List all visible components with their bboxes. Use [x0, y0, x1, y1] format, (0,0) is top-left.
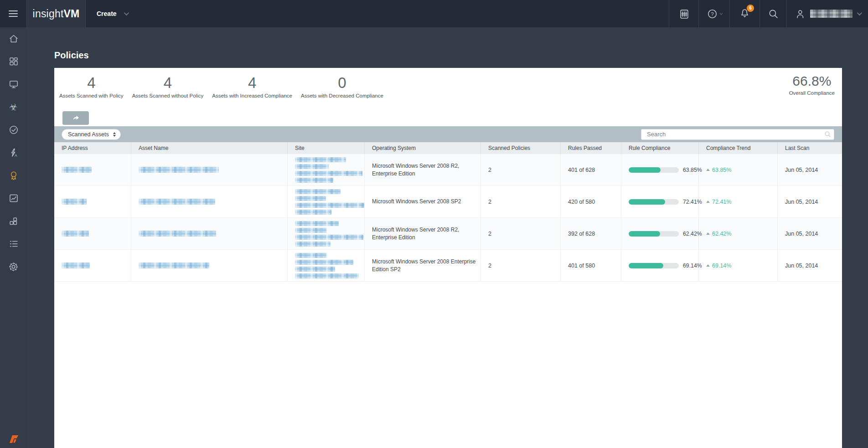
create-menu[interactable]: Create [86, 0, 139, 27]
cell-last-scan: Jun 05, 2014 [778, 186, 842, 217]
scanned-policies-value: 2 [488, 231, 491, 237]
compliance-bar-fill [629, 167, 661, 173]
asset-filter-select[interactable]: Scanned Assets [62, 129, 121, 140]
column-header-operating-system[interactable]: Operating System [365, 142, 481, 154]
search-input[interactable] [641, 129, 834, 140]
notifications-button[interactable]: 6 [729, 0, 760, 27]
lightning-a-icon: A [9, 148, 19, 158]
rules-passed-value: 392 of 628 [568, 231, 595, 237]
stat-increased-compliance: 4 Assets with Increased Compliance [212, 74, 292, 98]
gear-icon [8, 262, 19, 272]
sidebar-item-home[interactable] [0, 27, 27, 50]
cell-site[interactable] [288, 218, 365, 249]
sidebar-item-policies[interactable] [0, 164, 27, 187]
os-text: Microsoft Windows Server 2008 SP2 [372, 198, 461, 206]
cell-operating-system: Microsoft Windows Server 2008 R2, Enterp… [365, 154, 481, 185]
sidebar-item-plugins[interactable] [0, 210, 27, 232]
sidebar-item-dashboards[interactable] [0, 50, 27, 73]
sidebar-item-automation[interactable]: A [0, 141, 27, 164]
cell-asset-name[interactable] [131, 186, 288, 217]
sidebar-item-assets[interactable] [0, 73, 27, 96]
redacted-site-line [295, 235, 363, 240]
column-header-site[interactable]: Site [288, 142, 365, 154]
redacted-site [295, 189, 364, 215]
redacted-site-line [295, 228, 327, 233]
cell-site[interactable] [288, 186, 365, 217]
biohazard-icon: ☣ [9, 103, 18, 112]
trend-up-icon [706, 169, 710, 171]
cell-site[interactable] [288, 250, 365, 281]
menu-button[interactable] [0, 0, 27, 27]
svg-text:?: ? [711, 11, 713, 16]
column-header-ip-address[interactable]: IP Address [54, 142, 131, 154]
cell-ip-address[interactable] [54, 186, 131, 217]
redacted-site-line [295, 221, 339, 226]
brand-logo[interactable]: insightVM [27, 0, 86, 27]
table-row[interactable]: Microsoft Windows Server 2008 Enterprise… [54, 250, 842, 282]
rapid7-logo[interactable] [0, 433, 27, 444]
sidebar-item-vulnerabilities[interactable]: ☣ [0, 96, 27, 118]
redacted-site-line [295, 164, 329, 169]
top-nav: insightVM Create ? 6 [0, 0, 868, 27]
trend-percent: 72.41% [712, 199, 731, 205]
cell-rule-compliance: 62.42% [621, 218, 699, 249]
chevron-down-icon [857, 10, 862, 15]
last-scan-value: Jun 05, 2014 [785, 231, 818, 237]
redacted-site-line [295, 210, 331, 215]
sidebar-item-administration[interactable] [0, 255, 27, 278]
cell-rule-compliance: 63.85% [621, 154, 699, 185]
table-header: IP Address Asset Name Site Operating Sys… [54, 142, 842, 154]
table-row[interactable]: Microsoft Windows Server 2008 R2, Enterp… [54, 154, 842, 186]
cell-ip-address[interactable] [54, 218, 131, 249]
chevron-down-icon [124, 10, 129, 15]
overall-compliance-value: 66.8% [789, 73, 835, 89]
calendar-button[interactable] [669, 0, 698, 27]
column-header-rule-compliance[interactable]: Rule Compliance [621, 142, 699, 154]
cell-site[interactable] [288, 154, 365, 185]
help-button[interactable]: ? [698, 0, 729, 27]
sidebar-item-remediation[interactable] [0, 118, 27, 141]
select-arrows-icon [113, 132, 116, 137]
share-arrow-icon [72, 114, 80, 123]
cell-asset-name[interactable] [131, 218, 288, 249]
cell-asset-name[interactable] [131, 250, 288, 281]
user-menu[interactable] [786, 0, 868, 27]
table-row[interactable]: Microsoft Windows Server 2008 SP2 2 420 … [54, 186, 842, 218]
main-content: Policies 4 Assets Scanned with Policy 4 … [27, 27, 868, 448]
stat-label: Assets Scanned with Policy [59, 93, 124, 98]
cell-scanned-policies: 2 [481, 186, 561, 217]
column-header-scanned-policies[interactable]: Scanned Policies [481, 142, 561, 154]
column-header-rules-passed[interactable]: Rules Passed [561, 142, 621, 154]
stat-value: 4 [132, 74, 204, 92]
stat-value: 0 [301, 74, 383, 92]
compliance-bar [629, 263, 679, 268]
cell-ip-address[interactable] [54, 250, 131, 281]
cell-compliance-trend: 72.41% [699, 186, 778, 217]
dashboard-grid-icon [9, 57, 19, 67]
cell-asset-name[interactable] [131, 154, 288, 185]
redacted-site-line [295, 196, 326, 201]
table-row[interactable]: Microsoft Windows Server 2008 R2, Enterp… [54, 218, 842, 250]
share-button[interactable] [62, 111, 89, 125]
sidebar-item-goals[interactable] [0, 187, 27, 210]
rules-passed-value: 401 of 580 [568, 263, 595, 269]
trend-percent: 63.85% [712, 167, 731, 173]
cell-ip-address[interactable] [54, 154, 131, 185]
redacted-ip [62, 263, 90, 268]
redacted-asset-name [139, 263, 209, 268]
cell-compliance-trend: 69.14% [699, 250, 778, 281]
svg-text:A: A [15, 153, 17, 158]
trend-percent: 69.14% [712, 263, 731, 269]
column-header-last-scan[interactable]: Last Scan [778, 142, 842, 154]
cell-last-scan: Jun 05, 2014 [778, 218, 842, 249]
global-search-button[interactable] [760, 0, 786, 27]
cell-operating-system: Microsoft Windows Server 2008 Enterprise… [365, 250, 481, 281]
cell-operating-system: Microsoft Windows Server 2008 R2, Enterp… [365, 218, 481, 249]
column-header-compliance-trend[interactable]: Compliance Trend [699, 142, 778, 154]
scanned-policies-value: 2 [488, 167, 491, 173]
sidebar-item-management[interactable] [0, 232, 27, 255]
os-text: Microsoft Windows Server 2008 Enterprise… [372, 258, 476, 273]
compliance-bar [629, 231, 679, 237]
notification-badge: 6 [747, 5, 754, 12]
column-header-asset-name[interactable]: Asset Name [131, 142, 288, 154]
